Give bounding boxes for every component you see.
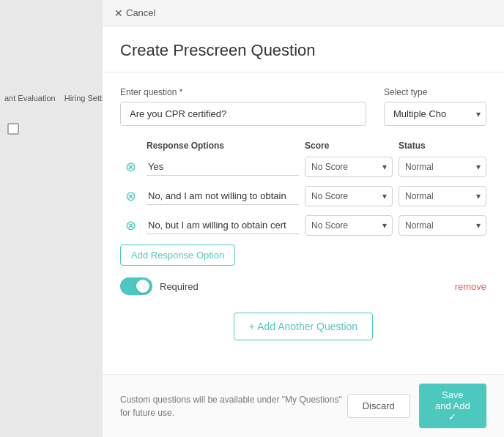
score-header: Score bbox=[305, 141, 393, 151]
response-text-1[interactable] bbox=[147, 158, 299, 176]
modal-footer: Custom questions will be available under… bbox=[103, 374, 504, 437]
required-label: Required bbox=[160, 281, 199, 292]
required-toggle[interactable] bbox=[120, 277, 152, 295]
toggle-thumb bbox=[136, 280, 149, 293]
question-label: Enter question * bbox=[120, 87, 366, 97]
status-select-3[interactable]: Normal Good Knockout bbox=[399, 215, 486, 236]
status-select-1[interactable]: Normal Good Knockout bbox=[399, 157, 486, 177]
tab-hiring[interactable]: Hiring Setti bbox=[60, 88, 108, 108]
add-question-section: + Add Another Question bbox=[120, 313, 486, 340]
left-panel: ant Evaluation Hiring Setti bbox=[0, 0, 103, 437]
remove-row-icon-1[interactable]: ⊗ bbox=[120, 159, 141, 175]
close-icon: ✕ bbox=[114, 7, 123, 19]
tab-evaluation[interactable]: ant Evaluation bbox=[0, 88, 60, 108]
cancel-button[interactable]: ✕ Cancel bbox=[114, 7, 155, 19]
score-select-1[interactable]: No Score 123 bbox=[305, 157, 393, 177]
question-field-group: Enter question * bbox=[120, 87, 366, 126]
modal-title: Create Prescreen Question bbox=[103, 26, 504, 72]
modal: ✕ Cancel Create Prescreen Question Enter… bbox=[103, 0, 504, 437]
bottom-controls: Required remove bbox=[120, 277, 486, 295]
add-response-button[interactable]: Add Response Option bbox=[120, 244, 235, 266]
score-select-2[interactable]: No Score 123 bbox=[305, 186, 393, 206]
checkbox[interactable] bbox=[7, 123, 19, 135]
type-field-group: Select type Multiple Cho Yes/No Text ▾ bbox=[384, 87, 486, 126]
response-text-2[interactable] bbox=[147, 187, 299, 205]
table-row: ⊗ No Score 123 ▾ Normal Good Knockout ▾ bbox=[120, 157, 486, 177]
remove-row-icon-2[interactable]: ⊗ bbox=[120, 188, 141, 204]
footer-info-text: Custom questions will be available under… bbox=[120, 393, 347, 419]
cancel-bar: ✕ Cancel bbox=[103, 0, 504, 26]
response-options-header: Response Options bbox=[147, 141, 299, 151]
score-select-3[interactable]: No Score 123 bbox=[305, 215, 393, 236]
add-another-question-button[interactable]: + Add Another Question bbox=[234, 313, 373, 340]
status-select-2[interactable]: Normal Good Knockout bbox=[399, 186, 486, 206]
remove-row-icon-3[interactable]: ⊗ bbox=[120, 217, 141, 234]
checkbox-area bbox=[0, 108, 103, 149]
cancel-label: Cancel bbox=[126, 7, 155, 18]
save-and-add-button[interactable]: Save and Add ✓ bbox=[419, 384, 486, 428]
status-header: Status bbox=[399, 141, 486, 151]
type-label: Select type bbox=[384, 87, 486, 97]
question-input[interactable] bbox=[120, 102, 366, 126]
required-toggle-group: Required bbox=[120, 277, 199, 295]
response-table: Response Options Score Status ⊗ No Score… bbox=[120, 141, 486, 236]
modal-body: Enter question * Select type Multiple Ch… bbox=[103, 72, 504, 374]
footer-actions: Discard Save and Add ✓ bbox=[347, 384, 486, 428]
table-row: ⊗ No Score 123 ▾ Normal Good Knockout ▾ bbox=[120, 215, 486, 236]
discard-button[interactable]: Discard bbox=[347, 394, 410, 418]
response-text-3[interactable] bbox=[147, 217, 299, 234]
table-row: ⊗ No Score 123 ▾ Normal Good Knockout ▾ bbox=[120, 186, 486, 206]
remove-button[interactable]: remove bbox=[455, 281, 486, 292]
response-header: Response Options Score Status bbox=[120, 141, 486, 151]
type-select[interactable]: Multiple Cho Yes/No Text bbox=[384, 102, 486, 126]
